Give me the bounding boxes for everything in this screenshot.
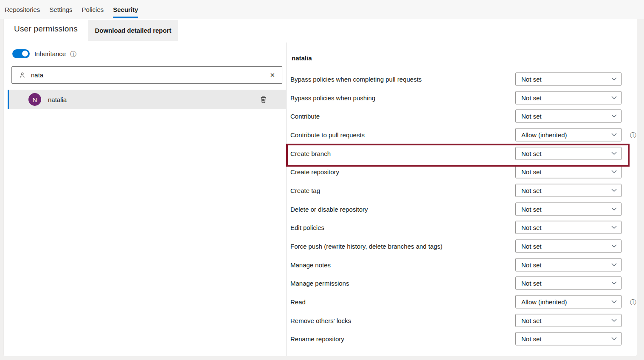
permission-row: Manage permissions Not set (4, 274, 637, 293)
permission-dropdown[interactable]: Allow (inherited) (515, 128, 622, 141)
permission-value: Not set (521, 113, 611, 120)
permission-dropdown[interactable]: Not set (515, 184, 622, 197)
permission-label: Create tag (290, 187, 320, 194)
permission-row: Create tag Not set (4, 181, 637, 200)
chevron-down-icon (611, 188, 617, 192)
permission-row: Create repository Not set (4, 162, 637, 181)
permission-label: Delete or disable repository (290, 205, 368, 213)
permission-row: Read Allow (inherited) ⓘ (4, 292, 637, 311)
chevron-down-icon (611, 170, 617, 174)
chevron-down-icon (611, 300, 617, 304)
permission-value: Allow (inherited) (521, 298, 611, 306)
permission-dropdown[interactable]: Not set (515, 72, 622, 85)
permission-dropdown[interactable]: Not set (515, 277, 622, 290)
permission-label: Rename repository (290, 335, 344, 343)
chevron-down-icon (611, 244, 617, 248)
permission-row: Bypass policies when completing pull req… (4, 70, 637, 88)
permission-row: Edit policies Not set (4, 218, 637, 237)
permissions-list: Bypass policies when completing pull req… (4, 70, 637, 348)
chevron-down-icon (611, 281, 617, 285)
permission-dropdown[interactable]: Not set (515, 91, 622, 104)
permission-label: Edit policies (290, 224, 324, 231)
permission-label: Bypass policies when completing pull req… (290, 75, 422, 82)
permission-label: Manage permissions (290, 280, 349, 287)
permission-label: Remove others' locks (290, 317, 351, 324)
permission-label: Force push (rewrite history, delete bran… (290, 243, 442, 250)
permission-dropdown[interactable]: Allow (inherited) (515, 295, 622, 309)
chevron-down-icon (611, 263, 617, 266)
permission-label: Bypass policies when pushing (290, 94, 375, 101)
tab-security[interactable]: Security (108, 0, 143, 19)
permission-row: Manage notes Not set (4, 255, 637, 274)
tab-policies[interactable]: Policies (77, 0, 109, 19)
download-detailed-report-button[interactable]: Download detailed report (88, 20, 178, 41)
permission-dropdown[interactable]: Not set (515, 147, 622, 160)
permission-dropdown[interactable]: Not set (515, 240, 622, 253)
chevron-down-icon (611, 151, 617, 155)
permission-label: Contribute to pull requests (290, 131, 365, 138)
permission-label: Read (290, 298, 306, 306)
permission-value: Not set (521, 168, 611, 176)
permission-dropdown[interactable]: Not set (515, 314, 622, 327)
permission-row: Remove others' locks Not set (4, 311, 637, 330)
permission-value: Not set (521, 224, 611, 231)
top-navigation: Repositories Settings Policies Security (0, 0, 644, 19)
permission-dropdown[interactable]: Not set (515, 202, 622, 215)
inherited-info-icon[interactable]: ⓘ (630, 299, 636, 305)
tab-repositories[interactable]: Repositories (0, 0, 45, 19)
toggle-knob (22, 51, 28, 57)
permission-label: Contribute (290, 113, 320, 120)
inheritance-toggle[interactable] (12, 49, 30, 58)
permission-value: Not set (521, 261, 611, 268)
chevron-down-icon (611, 114, 617, 118)
chevron-down-icon (611, 318, 617, 322)
chevron-down-icon (611, 133, 617, 136)
permission-value: Not set (521, 335, 611, 343)
inherited-info-icon[interactable]: ⓘ (630, 131, 636, 138)
permission-dropdown[interactable]: Not set (515, 258, 622, 271)
permission-row: Create branch Not set (4, 144, 637, 163)
chevron-down-icon (611, 77, 617, 81)
permission-value: Not set (521, 150, 611, 157)
permission-row: Contribute Not set (4, 107, 637, 125)
permission-row: Delete or disable repository Not set (4, 200, 637, 218)
permission-dropdown[interactable]: Not set (515, 221, 622, 234)
info-icon[interactable]: ⓘ (70, 51, 76, 57)
security-panel: User permissions Download detailed repor… (3, 19, 637, 356)
permission-row: Bypass policies when pushing Not set (4, 88, 637, 107)
permission-value: Not set (521, 205, 611, 213)
chevron-down-icon (611, 337, 617, 341)
permission-value: Not set (521, 317, 611, 324)
permission-dropdown[interactable]: Not set (515, 110, 622, 123)
permission-value: Not set (521, 75, 611, 82)
permission-value: Not set (521, 280, 611, 287)
permission-row: Force push (rewrite history, delete bran… (4, 237, 637, 255)
permission-dropdown[interactable]: Not set (515, 332, 622, 346)
permission-row: Contribute to pull requests Allow (inher… (4, 125, 637, 144)
permission-label: Manage notes (290, 261, 331, 268)
permission-row: Rename repository Not set (4, 330, 637, 349)
permission-dropdown[interactable]: Not set (515, 165, 622, 179)
permission-value: Allow (inherited) (521, 131, 611, 138)
page-title: User permissions (14, 24, 78, 34)
chevron-down-icon (611, 226, 617, 230)
permission-value: Not set (521, 243, 611, 250)
permission-value: Not set (521, 94, 611, 101)
selected-user-heading: natalia (292, 54, 312, 62)
chevron-down-icon (611, 207, 617, 211)
permission-value: Not set (521, 187, 611, 194)
tab-settings[interactable]: Settings (45, 0, 77, 19)
inheritance-label: Inheritance (34, 50, 66, 57)
permission-label: Create branch (290, 150, 331, 157)
chevron-down-icon (611, 96, 617, 99)
permission-label: Create repository (290, 168, 339, 176)
